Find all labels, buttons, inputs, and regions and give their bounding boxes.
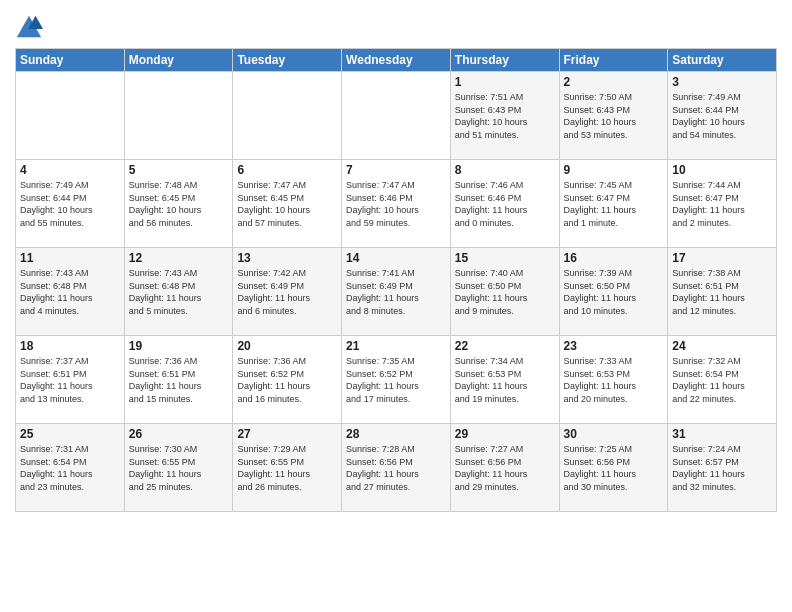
day-number: 27	[237, 427, 337, 441]
weekday-header-row: SundayMondayTuesdayWednesdayThursdayFrid…	[16, 49, 777, 72]
day-info: Sunrise: 7:29 AM Sunset: 6:55 PM Dayligh…	[237, 443, 337, 493]
day-info: Sunrise: 7:50 AM Sunset: 6:43 PM Dayligh…	[564, 91, 664, 141]
day-number: 30	[564, 427, 664, 441]
day-info: Sunrise: 7:51 AM Sunset: 6:43 PM Dayligh…	[455, 91, 555, 141]
day-cell: 20Sunrise: 7:36 AM Sunset: 6:52 PM Dayli…	[233, 336, 342, 424]
day-number: 7	[346, 163, 446, 177]
day-cell: 2Sunrise: 7:50 AM Sunset: 6:43 PM Daylig…	[559, 72, 668, 160]
day-number: 16	[564, 251, 664, 265]
day-number: 11	[20, 251, 120, 265]
day-cell: 26Sunrise: 7:30 AM Sunset: 6:55 PM Dayli…	[124, 424, 233, 512]
day-info: Sunrise: 7:32 AM Sunset: 6:54 PM Dayligh…	[672, 355, 772, 405]
day-info: Sunrise: 7:45 AM Sunset: 6:47 PM Dayligh…	[564, 179, 664, 229]
day-number: 20	[237, 339, 337, 353]
week-row-2: 4Sunrise: 7:49 AM Sunset: 6:44 PM Daylig…	[16, 160, 777, 248]
day-info: Sunrise: 7:33 AM Sunset: 6:53 PM Dayligh…	[564, 355, 664, 405]
day-info: Sunrise: 7:44 AM Sunset: 6:47 PM Dayligh…	[672, 179, 772, 229]
day-info: Sunrise: 7:48 AM Sunset: 6:45 PM Dayligh…	[129, 179, 229, 229]
day-number: 13	[237, 251, 337, 265]
day-info: Sunrise: 7:24 AM Sunset: 6:57 PM Dayligh…	[672, 443, 772, 493]
day-number: 21	[346, 339, 446, 353]
weekday-header-friday: Friday	[559, 49, 668, 72]
day-cell	[233, 72, 342, 160]
day-cell: 27Sunrise: 7:29 AM Sunset: 6:55 PM Dayli…	[233, 424, 342, 512]
day-number: 1	[455, 75, 555, 89]
day-number: 24	[672, 339, 772, 353]
day-cell: 17Sunrise: 7:38 AM Sunset: 6:51 PM Dayli…	[668, 248, 777, 336]
day-info: Sunrise: 7:25 AM Sunset: 6:56 PM Dayligh…	[564, 443, 664, 493]
day-cell: 23Sunrise: 7:33 AM Sunset: 6:53 PM Dayli…	[559, 336, 668, 424]
day-cell: 1Sunrise: 7:51 AM Sunset: 6:43 PM Daylig…	[450, 72, 559, 160]
day-number: 4	[20, 163, 120, 177]
day-number: 17	[672, 251, 772, 265]
day-cell: 10Sunrise: 7:44 AM Sunset: 6:47 PM Dayli…	[668, 160, 777, 248]
day-number: 14	[346, 251, 446, 265]
week-row-4: 18Sunrise: 7:37 AM Sunset: 6:51 PM Dayli…	[16, 336, 777, 424]
day-number: 3	[672, 75, 772, 89]
logo	[15, 14, 46, 42]
day-number: 6	[237, 163, 337, 177]
day-number: 19	[129, 339, 229, 353]
page: SundayMondayTuesdayWednesdayThursdayFrid…	[0, 0, 792, 612]
day-number: 2	[564, 75, 664, 89]
day-info: Sunrise: 7:37 AM Sunset: 6:51 PM Dayligh…	[20, 355, 120, 405]
day-cell: 19Sunrise: 7:36 AM Sunset: 6:51 PM Dayli…	[124, 336, 233, 424]
day-info: Sunrise: 7:39 AM Sunset: 6:50 PM Dayligh…	[564, 267, 664, 317]
day-info: Sunrise: 7:47 AM Sunset: 6:46 PM Dayligh…	[346, 179, 446, 229]
day-cell: 8Sunrise: 7:46 AM Sunset: 6:46 PM Daylig…	[450, 160, 559, 248]
day-info: Sunrise: 7:28 AM Sunset: 6:56 PM Dayligh…	[346, 443, 446, 493]
day-cell: 3Sunrise: 7:49 AM Sunset: 6:44 PM Daylig…	[668, 72, 777, 160]
day-info: Sunrise: 7:49 AM Sunset: 6:44 PM Dayligh…	[20, 179, 120, 229]
day-info: Sunrise: 7:42 AM Sunset: 6:49 PM Dayligh…	[237, 267, 337, 317]
header	[15, 10, 777, 42]
day-cell: 9Sunrise: 7:45 AM Sunset: 6:47 PM Daylig…	[559, 160, 668, 248]
day-number: 18	[20, 339, 120, 353]
day-number: 26	[129, 427, 229, 441]
day-info: Sunrise: 7:46 AM Sunset: 6:46 PM Dayligh…	[455, 179, 555, 229]
day-info: Sunrise: 7:43 AM Sunset: 6:48 PM Dayligh…	[20, 267, 120, 317]
day-cell: 14Sunrise: 7:41 AM Sunset: 6:49 PM Dayli…	[342, 248, 451, 336]
day-info: Sunrise: 7:35 AM Sunset: 6:52 PM Dayligh…	[346, 355, 446, 405]
day-cell: 11Sunrise: 7:43 AM Sunset: 6:48 PM Dayli…	[16, 248, 125, 336]
day-info: Sunrise: 7:30 AM Sunset: 6:55 PM Dayligh…	[129, 443, 229, 493]
day-cell: 22Sunrise: 7:34 AM Sunset: 6:53 PM Dayli…	[450, 336, 559, 424]
day-number: 25	[20, 427, 120, 441]
day-cell: 28Sunrise: 7:28 AM Sunset: 6:56 PM Dayli…	[342, 424, 451, 512]
day-cell: 18Sunrise: 7:37 AM Sunset: 6:51 PM Dayli…	[16, 336, 125, 424]
day-cell: 24Sunrise: 7:32 AM Sunset: 6:54 PM Dayli…	[668, 336, 777, 424]
day-number: 23	[564, 339, 664, 353]
day-cell: 25Sunrise: 7:31 AM Sunset: 6:54 PM Dayli…	[16, 424, 125, 512]
day-number: 31	[672, 427, 772, 441]
week-row-3: 11Sunrise: 7:43 AM Sunset: 6:48 PM Dayli…	[16, 248, 777, 336]
day-number: 29	[455, 427, 555, 441]
day-cell: 6Sunrise: 7:47 AM Sunset: 6:45 PM Daylig…	[233, 160, 342, 248]
day-cell	[124, 72, 233, 160]
day-cell: 5Sunrise: 7:48 AM Sunset: 6:45 PM Daylig…	[124, 160, 233, 248]
weekday-header-saturday: Saturday	[668, 49, 777, 72]
week-row-5: 25Sunrise: 7:31 AM Sunset: 6:54 PM Dayli…	[16, 424, 777, 512]
day-cell: 30Sunrise: 7:25 AM Sunset: 6:56 PM Dayli…	[559, 424, 668, 512]
day-number: 12	[129, 251, 229, 265]
day-number: 22	[455, 339, 555, 353]
day-cell	[342, 72, 451, 160]
weekday-header-monday: Monday	[124, 49, 233, 72]
day-cell: 16Sunrise: 7:39 AM Sunset: 6:50 PM Dayli…	[559, 248, 668, 336]
day-number: 8	[455, 163, 555, 177]
logo-icon	[15, 14, 43, 42]
day-number: 5	[129, 163, 229, 177]
day-info: Sunrise: 7:41 AM Sunset: 6:49 PM Dayligh…	[346, 267, 446, 317]
day-number: 9	[564, 163, 664, 177]
day-info: Sunrise: 7:38 AM Sunset: 6:51 PM Dayligh…	[672, 267, 772, 317]
day-info: Sunrise: 7:36 AM Sunset: 6:52 PM Dayligh…	[237, 355, 337, 405]
day-cell: 29Sunrise: 7:27 AM Sunset: 6:56 PM Dayli…	[450, 424, 559, 512]
day-info: Sunrise: 7:40 AM Sunset: 6:50 PM Dayligh…	[455, 267, 555, 317]
day-info: Sunrise: 7:47 AM Sunset: 6:45 PM Dayligh…	[237, 179, 337, 229]
day-cell: 12Sunrise: 7:43 AM Sunset: 6:48 PM Dayli…	[124, 248, 233, 336]
day-info: Sunrise: 7:43 AM Sunset: 6:48 PM Dayligh…	[129, 267, 229, 317]
day-cell: 15Sunrise: 7:40 AM Sunset: 6:50 PM Dayli…	[450, 248, 559, 336]
day-cell: 4Sunrise: 7:49 AM Sunset: 6:44 PM Daylig…	[16, 160, 125, 248]
day-number: 28	[346, 427, 446, 441]
day-cell: 31Sunrise: 7:24 AM Sunset: 6:57 PM Dayli…	[668, 424, 777, 512]
weekday-header-wednesday: Wednesday	[342, 49, 451, 72]
day-info: Sunrise: 7:34 AM Sunset: 6:53 PM Dayligh…	[455, 355, 555, 405]
